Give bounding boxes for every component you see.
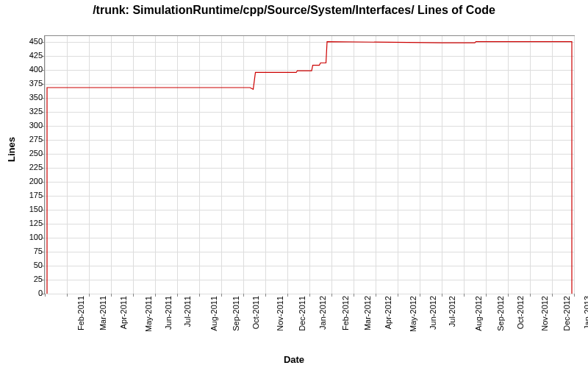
y-tick-label: 450	[29, 37, 43, 46]
series-line	[47, 42, 572, 294]
x-tick	[552, 294, 553, 297]
y-tick-label: 350	[29, 93, 43, 102]
y-tick-label: 175	[29, 191, 43, 199]
x-tick	[398, 294, 398, 297]
x-tick	[442, 294, 442, 297]
y-tick-label: 225	[29, 163, 43, 171]
x-tick	[133, 294, 134, 297]
x-tick-label: Apr-2012	[384, 296, 392, 329]
x-tick-label: Jul-2012	[448, 296, 456, 327]
x-tick-label: Feb-2012	[341, 296, 350, 330]
x-tick	[67, 294, 68, 297]
x-tick-label: Oct-2012	[516, 296, 525, 329]
y-tick-label: 50	[34, 261, 43, 269]
y-axis-label: Lines	[6, 137, 17, 162]
x-tick	[486, 294, 487, 297]
line-series	[45, 36, 574, 294]
gridline-v	[574, 36, 575, 294]
x-tick-label: Jan-2013	[583, 296, 588, 330]
x-tick-label: May-2011	[144, 296, 153, 332]
x-tick	[354, 294, 354, 297]
x-tick-label: Feb-2011	[76, 296, 85, 330]
x-tick-label: Jun-2011	[164, 296, 173, 330]
x-tick	[221, 294, 222, 297]
x-tick-label: Mar-2011	[98, 296, 107, 330]
x-tick-label: Nov-2011	[276, 296, 284, 331]
y-tick-label: 150	[29, 205, 43, 213]
y-tick-label: 100	[29, 233, 43, 241]
x-tick-label: Dec-2012	[562, 296, 571, 331]
x-tick-label: Aug-2011	[209, 296, 218, 331]
y-tick-label: 250	[29, 149, 43, 158]
x-tick-label: Dec-2011	[298, 296, 306, 331]
x-tick	[376, 294, 376, 297]
x-tick-label: Sep-2011	[232, 296, 240, 331]
x-tick	[508, 294, 509, 297]
x-tick	[89, 294, 90, 297]
plot-area	[44, 35, 575, 294]
x-tick	[265, 294, 266, 297]
x-tick	[243, 294, 244, 297]
x-tick-label: Jan-2012	[318, 296, 327, 330]
x-tick-label: Mar-2012	[363, 296, 372, 330]
x-tick	[530, 294, 531, 297]
x-tick-label: Apr-2011	[119, 296, 128, 329]
x-tick-label: Nov-2012	[540, 296, 549, 331]
x-tick	[287, 294, 288, 297]
y-tick-label: 0	[38, 289, 43, 297]
x-tick-label: Jun-2012	[429, 296, 437, 330]
x-tick	[45, 294, 46, 297]
y-tick-label: 300	[29, 121, 43, 130]
y-tick-label: 275	[29, 135, 43, 144]
x-tick-label: Sep-2012	[496, 296, 505, 331]
x-tick-label: Oct-2011	[251, 296, 260, 329]
y-tick-label: 325	[29, 107, 43, 116]
x-tick	[155, 294, 156, 297]
x-tick	[420, 294, 420, 297]
chart-title: /trunk: SimulationRuntime/cpp/Source/Sys…	[0, 0, 588, 17]
y-tick-label: 125	[29, 219, 43, 227]
x-tick	[111, 294, 112, 297]
x-axis-label: Date	[284, 354, 304, 365]
x-tick-label: Jul-2011	[183, 296, 192, 327]
y-tick-label: 25	[34, 275, 43, 283]
chart-container: /trunk: SimulationRuntime/cpp/Source/Sys…	[0, 0, 588, 368]
x-tick	[464, 294, 465, 297]
x-tick	[309, 294, 310, 297]
x-tick	[177, 294, 178, 297]
y-tick-label: 75	[34, 247, 43, 255]
y-tick-label: 200	[29, 177, 43, 185]
x-tick-label: May-2012	[409, 296, 417, 332]
y-tick-label: 375	[29, 79, 43, 88]
x-tick	[331, 294, 332, 297]
y-tick-label: 425	[29, 51, 43, 60]
x-tick-label: Aug-2012	[474, 296, 483, 331]
y-tick-label: 400	[29, 65, 43, 74]
x-tick	[199, 294, 200, 297]
x-tick	[574, 294, 575, 297]
